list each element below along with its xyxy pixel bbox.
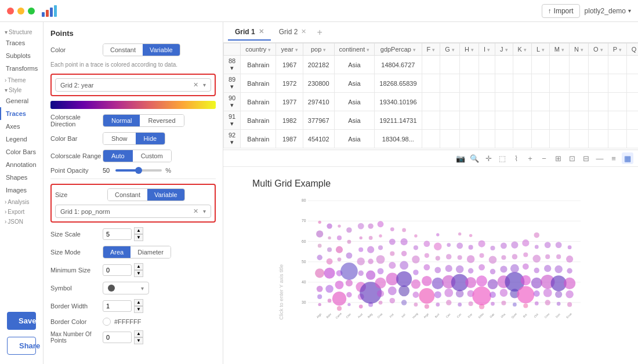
sidebar-item-images[interactable]: Images [0,184,43,196]
color-dropdown[interactable]: Grid 2: year ✕ ▾ [55,78,211,92]
border-color-swatch[interactable] [103,318,111,326]
grid-tab-2-close[interactable]: ✕ [301,28,306,35]
color-variable-btn[interactable]: Variable [143,44,180,56]
col-header-gdp[interactable]: gdpPercap ▾ [375,43,422,56]
size-scale-input[interactable] [103,228,132,240]
opacity-slider[interactable] [115,169,162,172]
sidebar-item-subplots[interactable]: Subplots [0,49,43,62]
border-width-up[interactable]: ▲ [134,299,143,306]
reset-axes-icon[interactable]: ⊡ [566,152,578,164]
col-header-f[interactable]: F ▾ [422,43,440,56]
cell-year: 1987 [276,130,303,148]
sidebar-item-shapes[interactable]: Shapes [0,171,43,184]
import-button[interactable]: ↑ Import [542,4,580,18]
area-btn[interactable]: Area [103,246,130,258]
min-size-down[interactable]: ▼ [134,270,143,277]
hide-btn[interactable]: Hide [136,133,165,144]
pan-icon[interactable]: ✛ [483,152,494,164]
col-header-g[interactable]: G ▾ [440,43,460,56]
custom-btn[interactable]: Custom [133,150,171,162]
max-number-down[interactable]: ▼ [134,337,143,344]
col-header-m[interactable]: M ▾ [549,43,569,56]
reversed-btn[interactable]: Reversed [140,115,183,126]
maximize-traffic-light[interactable] [28,8,35,14]
col-header-h[interactable]: H ▾ [459,43,478,56]
cell-g [440,56,460,74]
grid-tab-1[interactable]: Grid 1 ✕ [228,24,271,41]
grid-tab-1-close[interactable]: ✕ [259,28,264,35]
zoom-out-icon[interactable]: − [538,152,550,164]
max-number-input[interactable] [103,332,132,343]
diameter-btn[interactable]: Diameter [130,246,171,258]
size-scale-up[interactable]: ▲ [134,227,143,234]
size-variable-btn[interactable]: Variable [147,189,184,201]
col-header-year[interactable]: year ▾ [276,43,303,56]
col-header-l[interactable]: L ▾ [532,43,550,56]
sidebar-item-general[interactable]: General [0,94,43,107]
col-header-i[interactable]: I ▾ [478,43,495,56]
col-header-j[interactable]: J ▾ [495,43,513,56]
max-number-row: Max Number Of Points ▲ ▼ [50,330,216,344]
analysis-group[interactable]: › Analysis [0,196,43,206]
color-constant-btn[interactable]: Constant [103,44,143,56]
tab-add-button[interactable]: + [314,27,324,38]
export-group[interactable]: › Export [0,206,43,216]
col-header-continent[interactable]: continent ▾ [334,43,375,56]
svg-text:Quwi: Quwi [511,312,517,319]
sidebar-item-traces-style[interactable]: Traces [0,107,43,120]
max-number-up[interactable]: ▲ [134,330,143,337]
svg-point-131 [501,301,506,305]
min-size-input[interactable] [103,264,132,276]
symbol-dropdown[interactable]: ▾ [103,282,149,294]
col-header-pop[interactable]: pop ▾ [303,43,334,56]
hover-closest-icon[interactable]: — [594,152,606,164]
col-header-o[interactable]: O ▾ [589,43,608,56]
zoom-icon[interactable]: 🔍 [469,152,480,164]
svg-point-47 [358,247,363,252]
grid-tab-2[interactable]: Grid 2 ✕ [272,24,314,41]
col-header-n[interactable]: N ▾ [570,43,589,56]
cell-l [532,74,550,93]
minimize-traffic-light[interactable] [17,8,24,14]
size-constant-btn[interactable]: Constant [108,189,147,201]
size-dropdown[interactable]: Grid 1: pop_norm ✕ ▾ [55,205,211,218]
sidebar-item-legend[interactable]: Legend [0,133,43,145]
lasso-icon[interactable]: ⌇ [510,152,522,164]
select-box-icon[interactable]: ⬚ [496,152,508,164]
size-dropdown-clear[interactable]: ✕ [193,208,198,215]
color-dropdown-clear[interactable]: ✕ [193,81,198,89]
structure-group[interactable]: ▾ Structure [0,27,43,37]
theme-group[interactable]: › Theme [0,75,43,85]
col-header-p[interactable]: P ▾ [608,43,626,56]
sidebar-item-axes[interactable]: Axes [0,120,43,133]
toggle-spike-icon[interactable]: ▦ [622,152,633,164]
share-button[interactable]: Share [7,337,36,355]
svg-text:Afgh: Afgh [316,312,322,319]
border-width-input[interactable] [103,300,132,312]
cell-q [626,56,638,74]
min-size-up[interactable]: ▲ [134,263,143,270]
size-scale-down[interactable]: ▼ [134,234,143,241]
autoscale-icon[interactable]: ⊞ [552,152,564,164]
sidebar-item-colorbars[interactable]: Color Bars [0,145,43,158]
cell-year: 1972 [276,74,303,93]
style-group[interactable]: ▾ Style [0,85,43,94]
zoom-in-icon[interactable]: + [524,152,536,164]
hover-compare-icon[interactable]: ≡ [608,152,619,164]
auto-btn[interactable]: Auto [103,150,133,162]
close-traffic-light[interactable] [7,8,14,14]
show-btn[interactable]: Show [103,133,136,144]
col-header-q[interactable]: Q ▾ [626,43,638,56]
border-width-down[interactable]: ▼ [134,306,143,313]
normal-btn[interactable]: Normal [103,115,140,126]
col-header-k[interactable]: K ▾ [513,43,531,56]
cell-f [422,130,440,148]
sidebar-item-traces[interactable]: Traces [0,37,43,49]
sidebar-item-annotation[interactable]: Annotation [0,158,43,171]
col-header-country[interactable]: country ▾ [241,43,276,56]
camera-icon[interactable]: 📷 [455,152,466,164]
save-button[interactable]: Save [7,312,36,330]
sidebar-item-transforms[interactable]: Transforms [0,62,43,75]
spike-lines-icon[interactable]: ⊟ [580,152,592,164]
json-group[interactable]: › JSON [0,216,43,226]
